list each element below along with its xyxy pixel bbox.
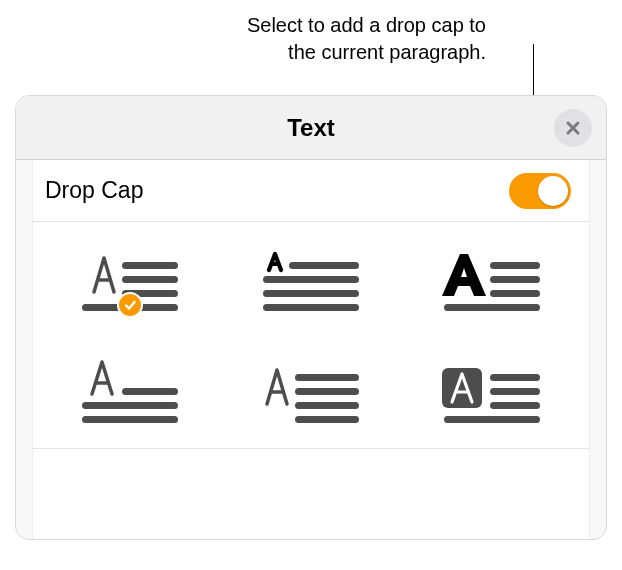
svg-rect-15 [295, 374, 359, 381]
drop-cap-style-6[interactable] [402, 360, 583, 432]
drop-cap-styles-grid [33, 222, 589, 449]
text-format-panel: Text Drop Cap [15, 95, 607, 540]
dropcap-style-icon [72, 360, 188, 432]
svg-rect-16 [295, 388, 359, 395]
svg-rect-9 [490, 276, 540, 283]
svg-rect-17 [295, 402, 359, 409]
svg-rect-8 [490, 262, 540, 269]
drop-cap-toggle-row: Drop Cap [33, 160, 589, 222]
drop-cap-style-3[interactable] [402, 248, 583, 320]
svg-rect-14 [82, 416, 178, 423]
annotation-callout-text: Select to add a drop cap to the current … [247, 12, 486, 66]
svg-rect-1 [122, 276, 178, 283]
dropcap-style-icon [434, 360, 550, 432]
svg-rect-22 [490, 402, 540, 409]
svg-rect-10 [490, 290, 540, 297]
drop-cap-label: Drop Cap [45, 177, 143, 204]
close-button[interactable] [554, 109, 592, 147]
svg-rect-0 [122, 262, 178, 269]
dropcap-style-icon [434, 248, 550, 320]
svg-rect-6 [263, 290, 359, 297]
svg-rect-12 [122, 388, 178, 395]
svg-rect-23 [444, 416, 540, 423]
panel-title: Text [287, 114, 335, 142]
drop-cap-style-2[interactable] [220, 248, 401, 320]
svg-rect-20 [490, 374, 540, 381]
drop-cap-toggle[interactable] [509, 173, 571, 209]
svg-rect-13 [82, 402, 178, 409]
svg-rect-21 [490, 388, 540, 395]
close-icon [565, 120, 581, 136]
svg-rect-7 [263, 304, 359, 311]
toggle-knob [538, 176, 568, 206]
panel-header: Text [16, 96, 606, 160]
drop-cap-style-1[interactable] [39, 248, 220, 320]
svg-rect-5 [263, 276, 359, 283]
selected-check-icon [117, 292, 143, 318]
dropcap-style-icon [253, 360, 369, 432]
svg-rect-11 [444, 304, 540, 311]
dropcap-style-icon [253, 248, 369, 320]
drop-cap-style-5[interactable] [220, 360, 401, 432]
svg-rect-18 [295, 416, 359, 423]
svg-rect-4 [289, 262, 359, 269]
panel-body: Drop Cap [32, 160, 590, 539]
drop-cap-style-4[interactable] [39, 360, 220, 432]
